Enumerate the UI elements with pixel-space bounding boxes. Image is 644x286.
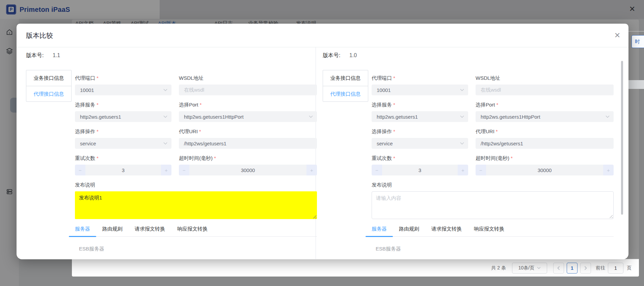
page-number: 1 — [571, 265, 573, 271]
version-panel-1-0: 版本号: 1.0 业务接口信息 代理接口信息 代理端口* 10001 — [323, 47, 614, 252]
side-tab-business-interface[interactable]: 业务接口信息 — [26, 70, 71, 86]
proxy-port-label: 代理端口 — [75, 75, 95, 81]
port-value: http2ws.getusers1HttpPort — [184, 114, 309, 120]
tab-routing-rules[interactable]: 路由规则 — [393, 226, 425, 236]
modal-scrollbar-thumb[interactable] — [621, 61, 623, 215]
tab-request-transform[interactable]: 请求报文转换 — [425, 226, 468, 236]
version-compare-dialog: 版本比较 ✕ 版本号: 1.1 业务接口信息 代理接口信息 — [17, 24, 628, 259]
service-label: 选择服务 — [75, 102, 95, 108]
plus-icon: + — [161, 165, 171, 175]
page-size-select[interactable]: 10条/页 — [512, 263, 547, 273]
proxy-interface-form: 代理端口* 10001 WSDL地址 在线wsdl — [75, 70, 317, 252]
retry-stepper: − 3 + — [372, 165, 468, 175]
port-label: 选择Port — [476, 102, 495, 108]
side-tab-nav: 业务接口信息 代理接口信息 — [323, 70, 368, 102]
tab-response-transform[interactable]: 响应报文转换 — [468, 226, 510, 236]
timeout-value: 30000 — [189, 165, 306, 175]
chevron-down-icon — [163, 89, 167, 91]
chevron-down-icon — [537, 267, 541, 269]
side-tab-proxy-interface[interactable]: 代理接口信息 — [323, 86, 368, 101]
retry-stepper: − 3 + — [75, 165, 171, 175]
plus-icon: + — [458, 165, 468, 175]
operation-label: 选择操作 — [75, 128, 95, 134]
wsdl-input: 在线wsdl — [179, 85, 317, 95]
service-select: http2ws.getusers1 — [75, 111, 171, 122]
chevron-down-icon — [163, 142, 167, 145]
proxy-uri-value: /http2ws/getusers1 — [481, 141, 610, 146]
retry-label: 重试次数 — [372, 155, 392, 161]
timeout-label: 超时时间(毫秒) — [179, 155, 213, 161]
proxy-uri-label: 代理URI — [179, 128, 198, 134]
tab-server[interactable]: 服务器 — [366, 226, 393, 236]
release-note-value: 发布说明1 — [79, 195, 102, 200]
chevron-down-icon — [163, 115, 167, 118]
timeout-stepper: − 30000 + — [179, 165, 317, 175]
retry-value: 3 — [85, 165, 161, 175]
dialog-body: 版本号: 1.1 业务接口信息 代理接口信息 代理端口* 10001 — [17, 47, 628, 259]
proxy-port-label: 代理端口 — [372, 75, 392, 81]
release-note-placeholder: 请输入内容 — [376, 195, 401, 201]
wsdl-placeholder: 在线wsdl — [481, 87, 610, 93]
proxy-uri-value: /http2ws/getusers1 — [184, 141, 313, 146]
pagination-total: 共 2 条 — [491, 265, 506, 271]
minus-icon: − — [75, 165, 85, 175]
version-label: 版本号: — [323, 52, 340, 58]
goto-page-value: 1 — [614, 265, 617, 271]
page-number-button[interactable]: 1 — [567, 263, 578, 273]
service-value: http2ws.getusers1 — [80, 114, 163, 120]
time-filter-label: 时 — [635, 39, 640, 45]
app-root: P Primeton iPaaS ✕ API文档 API策略 API测试 API… — [0, 0, 644, 286]
resize-handle-icon[interactable] — [313, 215, 316, 218]
release-note-textarea[interactable]: 请输入内容 — [372, 191, 614, 219]
release-note-label: 发布说明 — [75, 181, 317, 188]
esb-server-label: ESB服务器 — [376, 246, 614, 252]
plus-icon: + — [306, 165, 317, 175]
proxy-port-value: 10001 — [377, 87, 460, 93]
chevron-down-icon — [460, 89, 464, 91]
tab-response-transform[interactable]: 响应报文转换 — [171, 226, 214, 236]
port-label: 选择Port — [179, 102, 198, 108]
version-label: 版本号: — [26, 52, 44, 58]
tab-routing-rules[interactable]: 路由规则 — [96, 226, 129, 236]
goto-label: 前往 — [596, 265, 605, 271]
release-note-textarea[interactable]: 发布说明1 — [75, 191, 317, 219]
operation-value: service — [377, 141, 460, 146]
time-filter-button-fragment[interactable]: 时 — [632, 35, 644, 48]
tab-server[interactable]: 服务器 — [69, 226, 96, 236]
chevron-down-icon — [309, 115, 313, 118]
chevron-down-icon — [606, 115, 610, 118]
wsdl-input: 在线wsdl — [476, 85, 614, 95]
close-icon[interactable]: ✕ — [614, 32, 621, 39]
port-value: http2ws.getusers1HttpPort — [481, 114, 606, 120]
page-size-value: 10条/页 — [518, 265, 534, 271]
goto-page-input[interactable]: 1 — [608, 263, 623, 273]
detail-tab-bar: 服务器 路由规则 请求报文转换 响应报文转换 — [366, 226, 614, 237]
service-label: 选择服务 — [372, 102, 392, 108]
chevron-down-icon — [460, 115, 464, 118]
timeout-stepper: − 30000 + — [476, 165, 614, 175]
wsdl-label: WSDL地址 — [476, 75, 500, 81]
version-value: 1.1 — [53, 52, 60, 58]
page-unit-label: 页 — [627, 265, 632, 271]
side-tab-proxy-interface[interactable]: 代理接口信息 — [26, 86, 71, 101]
service-value: http2ws.getusers1 — [377, 114, 460, 120]
version-panel-1-1: 版本号: 1.1 业务接口信息 代理接口信息 代理端口* 10001 — [26, 47, 317, 252]
service-select: http2ws.getusers1 — [372, 111, 468, 122]
port-select: http2ws.getusers1HttpPort — [476, 111, 614, 122]
dialog-header: 版本比较 ✕ — [17, 24, 628, 47]
pagination-bar: 共 2 条 10条/页 1 前往 1 页 — [72, 259, 639, 277]
proxy-port-select: 10001 — [75, 85, 171, 95]
version-row: 版本号: 1.0 — [323, 52, 614, 60]
next-page-button[interactable] — [580, 263, 591, 273]
plus-icon: + — [603, 165, 614, 175]
prev-page-button[interactable] — [553, 263, 564, 273]
background-divider-fragment — [628, 31, 644, 31]
wsdl-placeholder: 在线wsdl — [184, 87, 313, 93]
dialog-title: 版本比较 — [26, 24, 53, 47]
side-tab-business-interface[interactable]: 业务接口信息 — [323, 70, 368, 86]
proxy-uri-input: /http2ws/getusers1 — [476, 138, 614, 149]
chevron-down-icon — [460, 142, 464, 145]
resize-handle-icon[interactable] — [609, 215, 613, 218]
tab-request-transform[interactable]: 请求报文转换 — [129, 226, 171, 236]
operation-label: 选择操作 — [372, 128, 392, 134]
